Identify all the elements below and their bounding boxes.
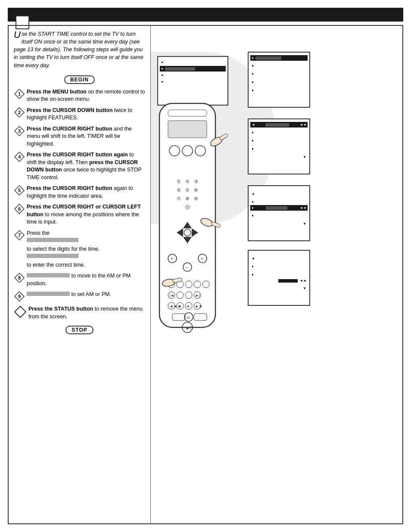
step-5-diamond: 5 xyxy=(14,185,25,196)
step-4-text: Press the CURSOR RIGHT button again to s… xyxy=(27,151,145,181)
step-7-num: 7 xyxy=(18,233,21,238)
screen2-item-1: ● xyxy=(250,55,308,61)
step-6-num: 6 xyxy=(18,206,21,212)
step-6-diamond: 6 xyxy=(14,203,25,215)
step-2-num: 2 xyxy=(18,110,21,115)
step-1-text: Press the MENU button on the remote cont… xyxy=(27,88,145,103)
svg-text:►|: ►| xyxy=(195,293,200,298)
step-9: 9 to set AM or PM. xyxy=(14,291,145,302)
svg-text:⑧: ⑧ xyxy=(185,196,190,201)
step-7: 7 Press the to select the digits for the… xyxy=(14,230,145,269)
screen2-item-2: ● xyxy=(250,61,308,69)
screen4-item-3: ● ◄◄ xyxy=(250,205,308,211)
step-2-bold: Press the CURSOR DOWN button xyxy=(27,107,112,113)
svg-point-30 xyxy=(184,229,191,236)
final-step: Press the STATUS button to remove the me… xyxy=(14,305,145,320)
svg-text:◄◄: ◄◄ xyxy=(169,304,177,308)
menu-item-3: ● xyxy=(160,72,226,78)
screen4-item-1: ▲ xyxy=(250,189,308,197)
screen5-item-4: ◄◄ xyxy=(250,278,308,283)
svg-text:⑤: ⑤ xyxy=(185,187,190,193)
instruction-column: U se the START TIME control to set the T… xyxy=(9,26,151,523)
header-bar xyxy=(8,8,403,22)
step-1-bold: Press the MENU button xyxy=(27,89,87,95)
step-3: 3 Press the CURSOR RIGHT button and the … xyxy=(14,125,145,148)
screen3-item-2: ● xyxy=(250,128,308,136)
screen3-item-1: ◄ ◄◄ xyxy=(250,122,308,128)
step-3-bold: Press the CURSOR RIGHT button xyxy=(27,126,112,132)
step-8-num: 8 xyxy=(18,275,21,280)
step-4-diamond: 4 xyxy=(14,151,25,162)
screen3-item-3: ● xyxy=(250,136,308,144)
screen2-item-3: ● xyxy=(250,69,308,77)
svg-text:●: ● xyxy=(187,304,189,308)
svg-rect-63 xyxy=(219,133,228,140)
main-content: U se the START TIME control to set the T… xyxy=(8,25,403,524)
step-3-diamond: 3 xyxy=(14,125,25,137)
svg-text:|◄: |◄ xyxy=(169,293,174,298)
step-2-diamond: 2 xyxy=(14,107,25,118)
step-5-text: Press the CURSOR RIGHT button again to h… xyxy=(27,185,145,200)
intro-text: U se the START TIME control to set the T… xyxy=(14,30,145,69)
svg-text:①: ① xyxy=(177,179,181,184)
svg-text:⑦: ⑦ xyxy=(177,196,181,201)
remote-control: ① ② ③ ④ ⑤ ⑥ ⑦ ⑧ ⑨ ⓪ + + xyxy=(151,99,258,367)
step-8-text: to move to the AM or PM position. xyxy=(27,272,145,287)
begin-badge: BEGIN xyxy=(64,75,95,84)
step-7-text: Press the to select the digits for the t… xyxy=(27,230,100,269)
step-1: 1 Press the MENU button on the remote co… xyxy=(14,88,145,103)
svg-text:■: ■ xyxy=(178,304,181,308)
screen2-item-5: ● xyxy=(250,85,308,93)
intro-body: se the START TIME control to set the TV … xyxy=(14,31,143,68)
svg-text:+: + xyxy=(201,256,203,261)
begin-badge-row: BEGIN xyxy=(14,74,145,86)
step-2-text: Press the CURSOR DOWN button twice to hi… xyxy=(27,107,145,122)
svg-text:ID: ID xyxy=(187,316,190,320)
screen2-item-4: ● xyxy=(250,77,308,85)
illustration-column: ● ● ● ● ● ● ● ● ● xyxy=(151,26,402,523)
step-2: 2 Press the CURSOR DOWN button twice to … xyxy=(14,107,145,122)
stop-badge-row: STOP xyxy=(14,324,145,336)
menu-item-2-highlighted: ● xyxy=(160,66,226,72)
step-4-bold2: press the CURSOR DOWN button xyxy=(27,159,138,173)
step-5: 5 Press the CURSOR RIGHT button again to… xyxy=(14,185,145,200)
step-6: 6 Press the CURSOR RIGHT or CURSOR LEFT … xyxy=(14,203,145,226)
final-step-bold: Press the STATUS button xyxy=(28,306,93,312)
svg-text:②: ② xyxy=(185,179,190,184)
step-1-diamond: 1 xyxy=(14,88,25,100)
step-4-bold: Press the CURSOR RIGHT button again xyxy=(27,152,128,158)
large-diamond-icon xyxy=(14,305,27,318)
drop-cap: U xyxy=(14,30,21,40)
remote-svg: ① ② ③ ④ ⑤ ⑥ ⑦ ⑧ ⑨ ⓪ + + xyxy=(151,99,258,366)
step-9-text: to set AM or PM. xyxy=(27,291,111,299)
menu-item-4: ● xyxy=(160,79,226,84)
svg-text:+: + xyxy=(171,256,173,261)
step-8: 8 to move to the AM or PM position. xyxy=(14,272,145,287)
svg-text:–: – xyxy=(186,265,188,270)
step-6-text: Press the CURSOR RIGHT or CURSOR LEFT bu… xyxy=(27,203,145,226)
screen5-item-3: ● xyxy=(250,270,308,278)
stop-badge: STOP xyxy=(65,326,93,334)
svg-text:▲⬡: ▲⬡ xyxy=(185,325,193,330)
step-3-text: Press the CURSOR RIGHT button and the me… xyxy=(27,125,145,148)
step-9-diamond: 9 xyxy=(14,291,25,302)
screen4-item-4: ● xyxy=(250,211,308,219)
step-3-num: 3 xyxy=(18,128,21,134)
svg-text:③: ③ xyxy=(194,179,198,184)
screen4-item-2: ● xyxy=(250,197,308,205)
step-8-diamond: 8 xyxy=(14,272,25,283)
screen3-item-5: ▼ xyxy=(250,152,308,160)
screen5-item-5: ▼ xyxy=(250,283,308,292)
step-1-num: 1 xyxy=(18,91,21,96)
svg-text:►►: ►► xyxy=(195,304,203,308)
final-step-diamond xyxy=(14,305,27,318)
step-5-num: 5 xyxy=(18,188,21,193)
step-6-bold: Press the CURSOR RIGHT or CURSOR LEFT bu… xyxy=(27,204,141,218)
svg-text:⓪: ⓪ xyxy=(185,205,190,210)
menu-item-1: ● xyxy=(160,59,226,65)
screen3-item-4: ● xyxy=(250,144,308,152)
step-7-diamond: 7 xyxy=(14,230,25,241)
svg-rect-12 xyxy=(168,121,207,138)
screen5-item-2: ● xyxy=(250,261,308,270)
screen-1: ● ● ● ● xyxy=(157,56,228,106)
